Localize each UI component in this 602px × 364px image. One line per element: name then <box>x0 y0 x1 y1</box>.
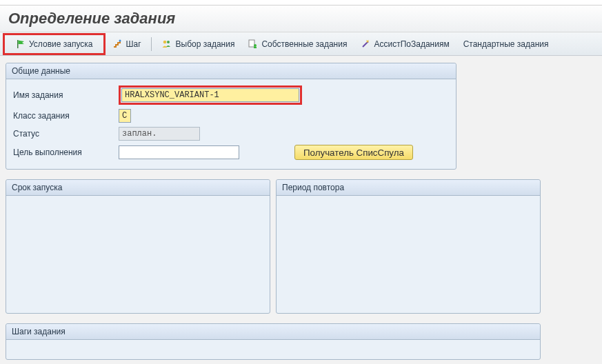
two-column-panels: Срок запуска Период повтора <box>6 179 541 323</box>
toolbar-divider <box>151 37 152 51</box>
window-top-strip <box>0 0 602 6</box>
application-toolbar: Условие запуска Шаг Выбор задания Собств… <box>0 32 602 56</box>
wizard-wand-icon <box>361 39 370 49</box>
svg-point-1 <box>119 39 121 41</box>
spool-recipient-button[interactable]: Получатель СписСпула <box>294 145 413 160</box>
toolbar-label: Условие запуска <box>29 39 92 49</box>
svg-point-2 <box>163 40 166 43</box>
exec-target-input[interactable] <box>119 145 239 159</box>
panel-title: Срок запуска <box>6 180 270 196</box>
exec-target-label: Цель выполнения <box>12 148 119 157</box>
select-task-button[interactable]: Выбор задания <box>156 37 241 52</box>
svg-rect-0 <box>17 40 19 48</box>
task-assist-button[interactable]: АссистПоЗаданиям <box>355 37 454 52</box>
panel-title: Период повтора <box>277 180 540 196</box>
highlight-job-name <box>119 85 302 105</box>
form-row-status: Статус <box>12 125 450 143</box>
document-user-icon <box>248 39 258 49</box>
panel-title: Шаги задания <box>6 324 540 340</box>
panel-body <box>6 340 540 359</box>
svg-line-7 <box>363 41 368 47</box>
svg-point-3 <box>167 41 170 43</box>
task-steps-panel: Шаги задания <box>6 323 541 360</box>
step-button[interactable]: Шаг <box>107 37 146 52</box>
header-area: Определение задания Условие запуска Шаг … <box>0 6 602 56</box>
people-search-icon <box>161 39 172 49</box>
toolbar-label: Собственные задания <box>261 39 347 49</box>
repeat-period-panel: Период повтора <box>276 179 541 314</box>
form-row-job-class: Класс задания <box>12 107 450 125</box>
job-class-input[interactable] <box>119 109 131 123</box>
form-row-exec-target: Цель выполнения Получатель СписСпула <box>12 143 450 162</box>
panel-body: Имя задания Класс задания Статус Цель вы… <box>6 79 456 169</box>
page-title: Определение задания <box>0 7 602 32</box>
toolbar-label: Выбор задания <box>176 39 235 49</box>
status-label: Статус <box>12 129 119 139</box>
svg-point-5 <box>254 44 257 47</box>
panel-body <box>6 196 270 313</box>
standard-tasks-button[interactable]: Стандартные задания <box>458 37 554 52</box>
own-tasks-button[interactable]: Собственные задания <box>243 37 352 52</box>
job-name-label: Имя задания <box>12 90 119 100</box>
toolbar-label: Стандартные задания <box>463 39 549 49</box>
toolbar-label: Шаг <box>126 39 141 49</box>
start-time-panel: Срок запуска <box>6 179 270 314</box>
start-condition-button[interactable]: Условие запуска <box>10 37 98 52</box>
panel-title: Общие данные <box>6 63 456 79</box>
job-name-input[interactable] <box>121 88 299 102</box>
panel-body <box>277 196 540 313</box>
flag-icon <box>16 39 26 49</box>
status-display <box>119 127 200 141</box>
svg-rect-6 <box>254 47 257 48</box>
highlight-start-condition: Условие запуска <box>3 33 106 55</box>
toolbar-label: АссистПоЗаданиям <box>374 39 449 49</box>
content-area: Общие данные Имя задания Класс задания С… <box>0 56 602 364</box>
svg-rect-4 <box>249 40 254 47</box>
step-icon <box>112 39 122 49</box>
job-class-label: Класс задания <box>12 111 119 121</box>
general-data-panel: Общие данные Имя задания Класс задания С… <box>6 63 456 170</box>
form-row-job-name: Имя задания <box>12 83 450 107</box>
